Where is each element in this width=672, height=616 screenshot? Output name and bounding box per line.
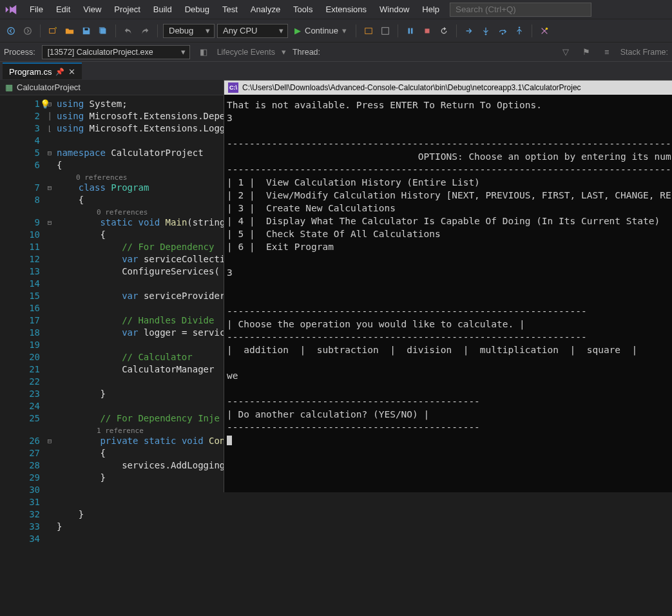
sep xyxy=(40,24,41,37)
filter-icon[interactable]: ▽ xyxy=(559,45,573,59)
continue-button[interactable]: ▶ Continue ▾ xyxy=(291,23,350,39)
svg-rect-7 xyxy=(411,28,413,34)
console-title-path: C:\Users\Dell\Downloads\Advanced-Console… xyxy=(242,81,581,94)
tab-program-cs[interactable]: Program.cs 📌 ✕ xyxy=(3,63,82,79)
svg-point-11 xyxy=(519,26,521,28)
thread-label: Thread: xyxy=(293,48,320,57)
document-tab-row: Program.cs 📌 ✕ xyxy=(0,62,672,80)
toolbar-fx-icon[interactable] xyxy=(537,24,552,38)
step-into-icon[interactable] xyxy=(479,24,493,38)
sep xyxy=(398,24,398,37)
nav-back-icon[interactable] xyxy=(4,24,18,38)
process-dropdown[interactable]: [13572] CalculatorProject.exe xyxy=(42,45,190,59)
code-area[interactable]: using System;using Microsoft.Extensions.… xyxy=(54,95,225,616)
redo-icon[interactable] xyxy=(138,24,152,38)
threads-icon[interactable]: ≡ xyxy=(600,45,614,59)
console-titlebar[interactable]: C:\ C:\Users\Dell\Downloads\Advanced-Con… xyxy=(224,81,672,95)
fold-column[interactable]: ⊟│⌊⊟⊟⊟⊟ xyxy=(45,95,54,616)
menu-window[interactable]: Window xyxy=(373,0,416,19)
sep xyxy=(356,24,356,37)
step-next-stmt-icon[interactable] xyxy=(462,24,476,38)
save-all-icon[interactable] xyxy=(96,24,110,38)
process-label: Process: xyxy=(4,48,35,57)
lifecycle-label: Lifecycle Events xyxy=(217,48,275,57)
undo-icon[interactable] xyxy=(121,24,135,38)
csproj-icon: ▦ xyxy=(5,82,13,92)
svg-point-12 xyxy=(546,27,548,30)
sep xyxy=(456,24,457,37)
flag-icon[interactable]: ⚑ xyxy=(579,45,593,59)
svg-rect-3 xyxy=(84,28,88,30)
tab-filename: Program.cs xyxy=(9,67,52,77)
menu-extensions[interactable]: Extensions xyxy=(319,0,373,19)
svg-point-9 xyxy=(485,33,487,35)
save-icon[interactable] xyxy=(79,24,93,38)
step-out-icon[interactable] xyxy=(512,24,526,38)
menu-build[interactable]: Build xyxy=(147,0,178,19)
sep xyxy=(532,24,532,37)
console-app-icon: C:\ xyxy=(228,82,238,93)
nav-fwd-icon[interactable] xyxy=(21,24,35,38)
sep xyxy=(157,24,158,37)
console-cursor xyxy=(227,436,232,445)
main-toolbar: Debug Any CPU ▶ Continue ▾ xyxy=(0,19,672,43)
platform-dropdown[interactable]: Any CPU xyxy=(217,24,288,38)
play-icon: ▶ xyxy=(294,26,301,35)
svg-rect-4 xyxy=(365,28,372,34)
pin-icon[interactable]: 📌 xyxy=(55,68,64,76)
close-icon[interactable]: ✕ xyxy=(68,67,75,77)
toolbar-misc1-icon[interactable] xyxy=(361,24,376,38)
menu-edit[interactable]: Edit xyxy=(50,0,77,19)
svg-point-1 xyxy=(24,27,32,34)
lifecycle-icon[interactable]: ◧ xyxy=(197,45,211,59)
new-item-icon[interactable] xyxy=(46,24,60,38)
svg-point-10 xyxy=(502,33,504,35)
svg-rect-6 xyxy=(408,28,410,34)
menu-project[interactable]: Project xyxy=(108,0,146,19)
svg-rect-2 xyxy=(50,28,55,33)
continue-label: Continue xyxy=(305,26,338,35)
console-window[interactable]: C:\ C:\Users\Dell\Downloads\Advanced-Con… xyxy=(224,80,672,492)
config-dropdown[interactable]: Debug xyxy=(163,24,215,38)
menu-tools[interactable]: Tools xyxy=(287,0,319,19)
menu-file[interactable]: File xyxy=(23,0,50,19)
toolbar-misc2-icon[interactable] xyxy=(378,24,392,38)
menu-analyze[interactable]: Analyze xyxy=(244,0,287,19)
menubar: File Edit View Project Build Debug Test … xyxy=(0,0,672,19)
restart-icon[interactable] xyxy=(437,24,451,38)
menu-test[interactable]: Test xyxy=(216,0,244,19)
svg-rect-5 xyxy=(382,27,389,34)
lightbulb-icon[interactable]: 💡 xyxy=(40,98,50,110)
breadcrumb-project: CalculatorProject xyxy=(17,82,81,92)
open-folder-icon[interactable] xyxy=(62,24,77,38)
svg-point-0 xyxy=(8,27,15,34)
svg-rect-8 xyxy=(425,28,430,33)
console-output: That is not available. Press ENTER To Re… xyxy=(224,95,672,450)
quicklaunch-search[interactable] xyxy=(450,3,591,17)
vs-logo-icon xyxy=(4,3,18,17)
menu-view[interactable]: View xyxy=(77,0,108,19)
menu-help[interactable]: Help xyxy=(416,0,446,19)
step-over-icon[interactable] xyxy=(495,24,510,38)
stop-icon[interactable] xyxy=(420,24,434,38)
sep xyxy=(115,24,116,37)
line-number-gutter: 1234567891011121314151617181920212223242… xyxy=(0,95,45,616)
menu-debug[interactable]: Debug xyxy=(178,0,216,19)
debug-location-toolbar: Process: [13572] CalculatorProject.exe ◧… xyxy=(0,43,672,62)
stackframe-label: Stack Frame: xyxy=(620,48,668,57)
pause-icon[interactable] xyxy=(403,24,418,38)
